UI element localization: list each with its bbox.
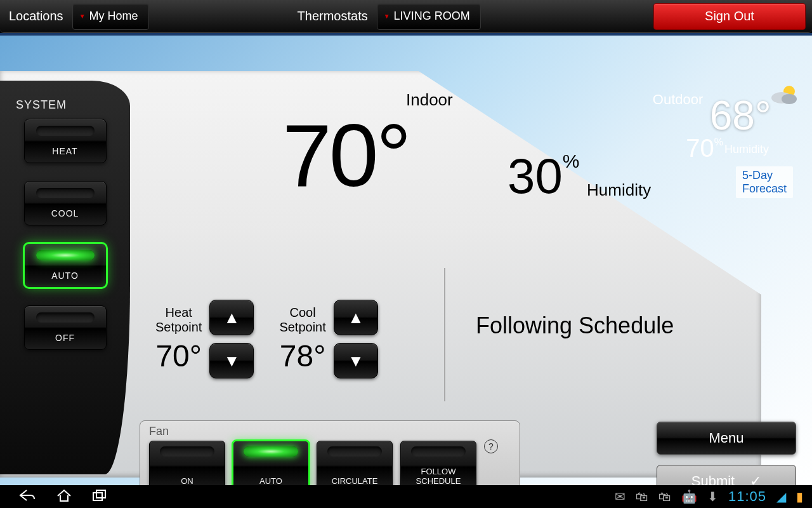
shop-icon[interactable]: 🛍	[658, 490, 671, 504]
heat-up-button[interactable]: ▲	[209, 300, 254, 335]
fan-button-follow-schedule[interactable]: FOLLOW SCHEDULE	[400, 441, 476, 491]
wifi-icon: ◢	[776, 489, 786, 504]
location-select[interactable]: ▼ My Home	[72, 3, 149, 30]
indoor-humidity-label: Humidity	[587, 180, 651, 200]
download-icon[interactable]: ⬇	[707, 489, 718, 504]
indoor-humidity-number: 30	[508, 148, 563, 204]
divider	[444, 268, 445, 401]
indoor-temp-value: 70°	[282, 104, 409, 207]
cool-setpoint-value: 78°	[279, 338, 325, 373]
sign-out-button[interactable]: Sign Out	[653, 3, 806, 30]
stage-background: SYSTEM HEATCOOLAUTOOFF Indoor 70° 30% Hu…	[0, 33, 812, 485]
outdoor-label: Outdoor	[653, 91, 704, 108]
battery-icon: ▮	[796, 489, 803, 504]
setpoints: Heat Setpoint 70° ▲ ▼ Cool Setpoint 78° …	[155, 300, 378, 378]
indicator-icon	[36, 126, 95, 136]
cool-setpoint-group: Cool Setpoint 78° ▲ ▼	[279, 300, 377, 378]
recents-icon[interactable]	[91, 488, 108, 505]
heat-down-button[interactable]: ▼	[209, 343, 254, 378]
indicator-icon	[36, 188, 95, 198]
indicator-icon	[327, 446, 382, 457]
back-icon[interactable]	[18, 488, 37, 505]
mode-button-heat[interactable]: HEAT	[24, 119, 107, 163]
chevron-down-icon: ▼	[384, 13, 390, 20]
topbar: Locations ▼ My Home Thermostats ▼ LIVING…	[0, 0, 812, 33]
heat-setpoint-label1: Heat	[155, 305, 202, 320]
forecast-link[interactable]: 5-Day Forecast	[736, 166, 793, 198]
mode-label: COOL	[25, 208, 106, 218]
cool-setpoint-label2: Setpoint	[279, 320, 325, 335]
mode-button-auto[interactable]: AUTO	[24, 243, 107, 288]
indicator-icon	[160, 446, 214, 457]
sign-out-label: Sign Out	[705, 9, 754, 23]
mode-label: HEAT	[25, 146, 106, 156]
chevron-up-icon: ▲	[224, 308, 240, 328]
cool-up-button[interactable]: ▲	[334, 300, 378, 335]
mode-label: AUTO	[25, 271, 106, 281]
svg-rect-4	[96, 490, 105, 498]
home-icon[interactable]	[56, 488, 72, 505]
percent-icon: %	[714, 137, 723, 147]
heat-setpoint-group: Heat Setpoint 70° ▲ ▼	[155, 300, 254, 378]
system-sidebar: SYSTEM HEATCOOLAUTOOFF	[0, 81, 130, 474]
outdoor-block: Outdoor 68° 70%Humidity 5-Day Forecast	[653, 83, 799, 198]
location-value: My Home	[89, 10, 138, 23]
indicator-icon	[244, 446, 298, 457]
fan-button-on[interactable]: ON	[149, 441, 225, 491]
outdoor-humidity-label: Humidity	[724, 143, 769, 156]
cool-down-button[interactable]: ▼	[334, 343, 378, 378]
indicator-icon	[36, 250, 95, 260]
thermostat-value: LIVING ROOM	[394, 10, 470, 23]
fan-button-circulate[interactable]: CIRCULATE	[317, 441, 393, 491]
locations-label: Locations	[0, 9, 72, 23]
fan-label: CIRCULATE	[317, 477, 392, 486]
indicator-icon	[411, 446, 466, 457]
mode-label: OFF	[25, 333, 106, 343]
fan-label: FOLLOW SCHEDULE	[401, 467, 476, 486]
chevron-down-icon: ▼	[224, 351, 240, 371]
android-navbar: ✉ 🛍 🛍 🤖 ⬇ 11:05 ◢ ▮	[0, 485, 812, 508]
indoor-label: Indoor	[406, 90, 453, 110]
percent-icon: %	[563, 150, 580, 171]
indicator-icon	[36, 312, 95, 323]
cool-setpoint-label1: Cool	[279, 305, 325, 320]
clock: 11:05	[728, 488, 766, 505]
menu-label: Menu	[709, 430, 743, 446]
mode-button-cool[interactable]: COOL	[24, 181, 107, 225]
android-icon[interactable]: 🤖	[681, 489, 697, 504]
chevron-down-icon: ▼	[348, 351, 364, 371]
sidebar-title: SYSTEM	[16, 98, 67, 112]
heat-setpoint-label2: Setpoint	[155, 320, 202, 335]
shop-icon[interactable]: 🛍	[636, 490, 648, 504]
schedule-status: Following Schedule	[476, 312, 674, 339]
indoor-humidity-value: 30%	[508, 147, 579, 205]
fan-title: Fan	[149, 425, 511, 438]
mail-icon[interactable]: ✉	[615, 489, 625, 504]
svg-point-2	[782, 94, 797, 104]
fan-label: AUTO	[233, 477, 308, 486]
menu-button[interactable]: Menu	[657, 422, 796, 455]
mode-button-off[interactable]: OFF	[24, 305, 107, 350]
chevron-up-icon: ▲	[348, 308, 364, 328]
chevron-down-icon: ▼	[79, 13, 86, 20]
outdoor-humidity-value: 70	[686, 134, 714, 162]
outdoor-temp-value: 68°	[710, 92, 771, 139]
help-icon[interactable]: ?	[484, 439, 498, 453]
thermostats-label: Thermostats	[289, 9, 377, 23]
weather-icon	[770, 83, 799, 109]
heat-setpoint-value: 70°	[155, 338, 202, 373]
svg-rect-3	[93, 493, 102, 500]
fan-button-auto[interactable]: AUTO	[233, 441, 309, 491]
thermostat-select[interactable]: ▼ LIVING ROOM	[377, 3, 481, 30]
fan-label: ON	[150, 477, 225, 486]
